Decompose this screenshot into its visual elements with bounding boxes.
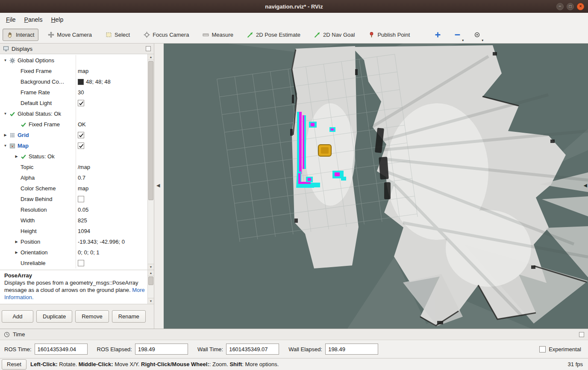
property-value[interactable]: map (76, 68, 147, 74)
tree-row-global-options[interactable]: ▼Global Options (0, 55, 147, 66)
property-value[interactable]: 0.7 (76, 175, 147, 181)
add-button[interactable]: Add (2, 310, 33, 323)
tool-measure[interactable]: Measure (198, 29, 238, 41)
dock-resize-handle-icon[interactable]: ◀ (584, 183, 587, 188)
tree-row-height[interactable]: Height1094 (0, 226, 147, 236)
remove-tool-button[interactable]: ▾ (452, 29, 463, 41)
tool-2d-pose-estimate[interactable]: 2D Pose Estimate (243, 29, 305, 41)
checkbox[interactable] (78, 100, 84, 106)
tree-row-color-scheme[interactable]: Color Schememap (0, 183, 147, 194)
experimental-checkbox[interactable] (539, 346, 546, 353)
float-panel-button[interactable] (146, 46, 151, 51)
expander-open-icon[interactable]: ▼ (3, 144, 8, 148)
tool-move-camera[interactable]: Move Camera (44, 29, 96, 41)
tree-row-grid[interactable]: ▶Grid (0, 130, 147, 140)
property-value[interactable] (76, 143, 147, 149)
property-value[interactable]: 48; 48; 48 (76, 79, 147, 85)
tree-row-fixed-frame[interactable]: Fixed Framemap (0, 66, 147, 76)
tree-row-alpha[interactable]: Alpha0.7 (0, 172, 147, 183)
property-value[interactable] (76, 196, 147, 202)
scrollbar-thumb[interactable] (148, 277, 153, 285)
tree-row-frame-rate[interactable]: Frame Rate30 (0, 87, 147, 98)
tree-row-map[interactable]: ▼Map (0, 140, 147, 151)
experimental-label: Experimental (549, 346, 581, 353)
wall-time-input[interactable] (226, 344, 279, 355)
property-value[interactable]: 0; 0; 0; 1 (76, 249, 147, 256)
property-value[interactable]: 30 (76, 89, 147, 96)
add-tool-button[interactable] (432, 29, 443, 41)
tree-row-unreliable[interactable]: Unreliable (0, 258, 147, 268)
tree-row-global-status-ok[interactable]: ▼Global Status: Ok (0, 108, 147, 119)
property-value[interactable]: 0.05 (76, 207, 147, 213)
property-value[interactable]: 825 (76, 217, 147, 224)
minimize-button[interactable]: − (556, 3, 564, 10)
remove-button[interactable]: Remove (75, 310, 109, 323)
tool-focus-camera[interactable]: Focus Camera (139, 29, 193, 41)
scrollbar-thumb[interactable] (148, 61, 153, 200)
dock-resize-handle-icon[interactable]: ◀ (156, 183, 160, 188)
expander-open-icon[interactable]: ▼ (3, 112, 8, 116)
rviz-window: navigation.rviz* - RViz −□× FilePanelsHe… (0, 0, 588, 370)
expander-closed-icon[interactable]: ▶ (14, 240, 19, 244)
maximize-button[interactable]: □ (567, 3, 574, 10)
checkbox[interactable] (78, 132, 84, 138)
tree-row-draw-behind[interactable]: Draw Behind (0, 194, 147, 204)
tree-row-orientation[interactable]: ▶Orientation0; 0; 0; 1 (0, 247, 147, 258)
ros-elapsed-input[interactable] (135, 344, 188, 355)
tree-row-background-co[interactable]: Background Co…48; 48; 48 (0, 76, 147, 87)
menu-help[interactable]: Help (47, 14, 68, 25)
expander-closed-icon[interactable]: ▶ (14, 154, 19, 158)
wall-elapsed-input[interactable] (325, 344, 378, 355)
expander-open-icon[interactable]: ▼ (3, 58, 8, 62)
displays-panel-icon (3, 46, 9, 52)
tool-interact[interactable]: Interact (3, 29, 38, 41)
property-value[interactable]: /map (76, 164, 147, 170)
tree-row-topic[interactable]: Topic/map (0, 162, 147, 172)
property-value[interactable]: -19.343; -42.996; 0 (76, 239, 147, 245)
scroll-up-button[interactable]: ▲ (148, 54, 154, 60)
float-panel-button[interactable] (579, 332, 584, 337)
tool-select[interactable]: Select (101, 29, 134, 41)
checkbox[interactable] (78, 143, 84, 149)
property-value[interactable]: OK (76, 121, 147, 128)
reset-button[interactable]: Reset (2, 359, 26, 370)
ros-time-input[interactable] (35, 344, 88, 355)
time-fields-list: ROS Time:ROS Elapsed:Wall Time:Wall Elap… (4, 344, 388, 355)
expander-closed-icon[interactable]: ▶ (3, 133, 8, 137)
duplicate-button[interactable]: Duplicate (36, 310, 72, 323)
time-fields: ROS Time:ROS Elapsed:Wall Time:Wall Elap… (0, 340, 588, 358)
scroll-up-button[interactable]: ▲ (148, 270, 154, 276)
menu-panels[interactable]: Panels (20, 14, 47, 25)
tool-properties-button[interactable]: ▾ (471, 29, 482, 41)
property-label: Fixed Frame (29, 121, 60, 128)
property-value[interactable]: 1094 (76, 228, 147, 234)
scroll-down-button[interactable]: ▼ (148, 264, 154, 270)
rename-button[interactable]: Rename (112, 310, 146, 323)
scroll-down-button[interactable]: ▼ (148, 298, 154, 304)
time-clock-icon (4, 332, 10, 338)
toolbar-tools: InteractMove CameraSelectFocus CameraMea… (3, 29, 419, 41)
tree-row-status-ok[interactable]: ▶Status: Ok (0, 151, 147, 162)
tree-row-fixed-frame[interactable]: Fixed FrameOK (0, 119, 147, 130)
checkbox[interactable] (78, 260, 84, 266)
tree-row-position[interactable]: ▶Position-19.343; -42.996; 0 (0, 236, 147, 247)
expander-closed-icon[interactable]: ▶ (14, 251, 19, 254)
close-button[interactable]: × (577, 3, 584, 10)
property-value[interactable]: map (76, 185, 147, 192)
tree-row-default-light[interactable]: Default Light (0, 98, 147, 108)
displays-panel-header: Displays (0, 44, 154, 54)
checkbox[interactable] (78, 196, 84, 202)
menu-file[interactable]: File (2, 14, 20, 25)
3d-viewport[interactable]: ◀ (164, 44, 588, 329)
property-value[interactable] (76, 260, 147, 266)
tool-2d-nav-goal[interactable]: 2D Nav Goal (310, 29, 359, 41)
tree-row-resolution[interactable]: Resolution0.05 (0, 204, 147, 215)
property-value[interactable] (76, 132, 147, 138)
status-ok-check-icon (9, 111, 16, 117)
property-label: Default Light (21, 100, 52, 106)
property-value[interactable] (76, 100, 147, 106)
description-body: Displays the poses from a geometry_msgs:… (4, 280, 138, 293)
tool-publish-point[interactable]: Publish Point (364, 29, 414, 41)
property-label: Color Scheme (21, 185, 56, 192)
tree-row-width[interactable]: Width825 (0, 215, 147, 226)
